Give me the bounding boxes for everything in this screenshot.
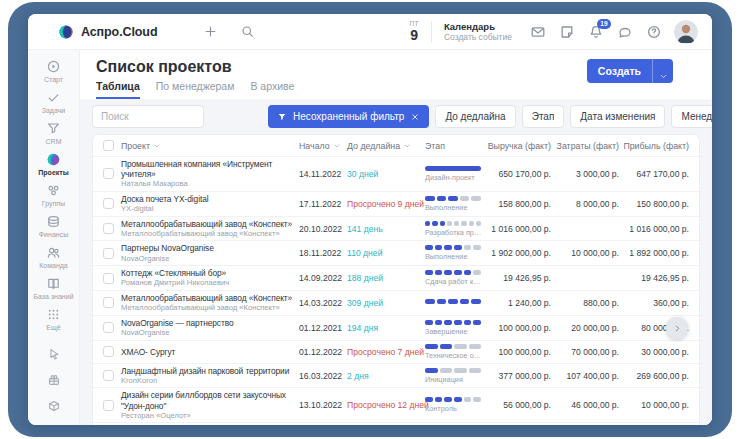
costs-value: 880,00 р. [555,298,619,308]
table-row[interactable]: Металлообрабатывающий завод «Конспект»Ме… [93,291,699,316]
close-icon[interactable] [410,112,420,122]
table-row[interactable]: Дизайн серии биллбордов сети закусочных … [93,388,699,423]
row-checkbox[interactable] [103,168,114,179]
sidebar-item-more[interactable]: Ещё [28,304,79,335]
column-header[interactable]: Начало [299,141,343,151]
costs-value: 8 000,00 р. [555,199,619,209]
stage-progress-bar [425,344,481,349]
project-title[interactable]: Доска почета YX-digital [121,194,295,204]
table-row[interactable]: Партнеры NovaOrganiseNovaOrganise18.11.2… [93,241,699,266]
column-header[interactable]: Этап [425,141,485,151]
table-row[interactable]: NovaOrganise — партнерствоNovaOrganise01… [93,316,699,341]
sidebar-item-finance[interactable]: Финансы [28,211,79,242]
sidebar: СтартЗадачиCRMПроектыГруппыФинансыКоманд… [28,50,80,425]
stage-segment [435,245,443,250]
active-filter-chip[interactable]: Несохраненный фильтр [268,105,429,128]
sidebar-item-team[interactable]: Команда [28,242,79,273]
user-avatar[interactable] [674,20,698,44]
stage-cell: Разработка проекта 1 в... [425,221,485,237]
project-cell: Металлообрабатывающий завод «Конспект»Ме… [121,293,295,313]
row-checkbox[interactable] [103,223,114,234]
project-title[interactable]: Ландшафтный дизайн парковой территории [121,366,295,376]
row-checkbox[interactable] [103,346,114,357]
deadline-value: 2 дня [347,371,421,381]
sidebar-item-projects[interactable]: Проекты [28,149,79,180]
calendar-create-event[interactable]: Создать событие [444,32,512,42]
tab-archive[interactable]: В архиве [250,80,294,99]
note-button[interactable] [559,24,575,40]
sidebar-item-tasks[interactable]: Задачи [28,87,79,118]
app-logo[interactable]: Аспро.Cloud [58,24,157,40]
table-row[interactable]: Ландшафтный дизайн парковой территорииKr… [93,364,699,389]
create-button[interactable]: Создать [587,59,673,83]
create-dropdown-toggle[interactable] [653,59,673,83]
project-title[interactable]: Металлообрабатывающий завод «Конспект» [121,293,295,303]
row-checkbox[interactable] [103,273,114,284]
sidebar-item-kb[interactable]: База знаний [28,273,79,304]
active-filter-label: Несохраненный фильтр [293,111,404,122]
table-row[interactable]: Доска почета YX-digitalYX-digital17.11.2… [93,192,699,217]
table-row[interactable]: Дизайн интерьера апартаментов на Винницк… [93,423,699,425]
tab-by-managers[interactable]: По менеджерам [156,80,235,99]
help-button[interactable] [646,24,662,40]
sidebar-item-crm[interactable]: CRM [28,118,79,149]
stage-progress-bar [425,270,481,275]
project-subtitle: Металлообрабатывающий завод «Конспект» [121,304,295,313]
bell-button[interactable]: 19 [588,24,604,40]
table-row[interactable]: Коттедж «Стеклянный бор»Романов Дмитрий … [93,266,699,291]
filter-button[interactable]: Дата изменения [570,105,665,128]
filter-button[interactable]: Менеджер [671,105,712,128]
start-date: 16.03.2022 [299,371,343,381]
column-header[interactable]: Затраты (факт) [555,141,619,151]
sidebar-item-groups[interactable]: Группы [28,180,79,211]
project-title[interactable]: Дизайн серии биллбордов сети закусочных … [121,390,295,410]
filter-button[interactable]: Этап [522,105,565,128]
scroll-right-button[interactable] [666,317,688,339]
project-cell: Доска почета YX-digitalYX-digital [121,194,295,214]
table-row[interactable]: Металлообрабатывающий завод «Конспект»Ме… [93,217,699,242]
search-input[interactable] [92,105,204,128]
project-title[interactable]: Металлообрабатывающий завод «Конспект» [121,219,295,229]
chat-button[interactable] [617,24,633,40]
row-checkbox[interactable] [103,297,114,308]
table-row[interactable]: Промышленная компания «Инструмент учител… [93,157,699,192]
revenue-value: 100 000,00 р. [489,347,551,357]
column-header[interactable]: До дедлайна [347,141,421,151]
stage-segment [425,270,433,275]
create-button-label: Создать [587,65,652,77]
calendar-widget[interactable]: Календарь Создать событие [444,21,512,43]
project-title[interactable]: Промышленная компания «Инструмент учител… [121,159,295,179]
row-checkbox[interactable] [103,400,114,411]
quick-add-icon[interactable] [203,24,218,39]
search-icon[interactable] [240,24,255,39]
row-checkbox[interactable] [103,198,114,209]
stage-segment [425,344,438,349]
project-cell: Металлообрабатывающий завод «Конспект»Ме… [121,219,295,239]
project-title[interactable]: NovaOrganise — партнерство [121,318,295,328]
project-title[interactable]: Коттедж «Стеклянный бор» [121,268,295,278]
column-header[interactable]: Прибыль (факт) [623,141,689,151]
row-checkbox[interactable] [103,248,114,259]
mail-button[interactable] [530,24,546,40]
select-all-checkbox[interactable] [103,140,114,151]
pointer-icon[interactable] [47,347,61,361]
box-icon[interactable] [47,399,61,413]
column-header[interactable]: Проект [121,141,295,151]
stage-segment [425,221,430,226]
tab-table[interactable]: Таблица [96,80,140,99]
row-checkbox[interactable] [103,322,114,333]
table-row[interactable]: ХМАО- Сургут01.12.2022Просрочено 7 днейТ… [93,341,699,364]
column-header[interactable]: Выручка (факт) [489,141,551,151]
stage-label: Дизайн-проект [425,173,483,182]
page-settings-gear-icon[interactable] [683,64,698,79]
gift-icon[interactable] [47,373,61,387]
project-title[interactable]: Партнеры NovaOrganise [121,243,295,253]
sidebar-item-start[interactable]: Старт [28,56,79,87]
filter-button[interactable]: До дедлайна [435,105,515,128]
stage-progress-bar [425,221,481,226]
row-checkbox[interactable] [103,370,114,381]
project-cell: Промышленная компания «Инструмент учител… [121,159,295,189]
calendar-date[interactable]: ПТ 9 [409,21,418,43]
project-cell: NovaOrganise — партнерствоNovaOrganise [121,318,295,338]
project-title[interactable]: ХМАО- Сургут [121,347,295,357]
